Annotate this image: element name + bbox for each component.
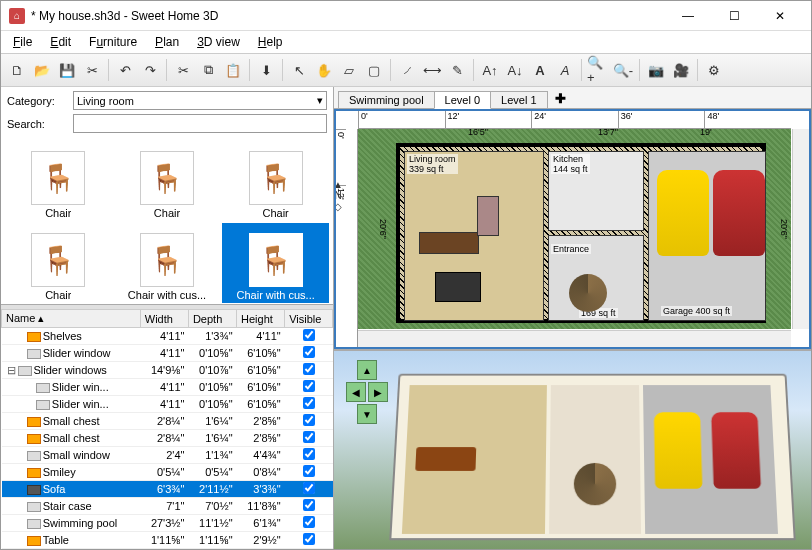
catalog-item[interactable]: 🪑Chair with cus... bbox=[222, 223, 329, 303]
level-tab[interactable]: Swimming pool bbox=[338, 91, 435, 108]
dimension-tool[interactable]: ⟷ bbox=[420, 58, 444, 82]
col-height[interactable]: Height bbox=[237, 310, 285, 328]
italic-button[interactable]: A bbox=[553, 58, 577, 82]
new-button[interactable]: 🗋 bbox=[5, 58, 29, 82]
catalog-item[interactable]: 🪑Chair bbox=[5, 141, 112, 221]
visible-checkbox[interactable] bbox=[303, 363, 315, 375]
maximize-button[interactable]: ☐ bbox=[711, 1, 757, 31]
visible-checkbox[interactable] bbox=[303, 397, 315, 409]
col-depth[interactable]: Depth bbox=[188, 310, 236, 328]
minimize-button[interactable]: — bbox=[665, 1, 711, 31]
wall-tool[interactable]: ▱ bbox=[337, 58, 361, 82]
photo-button[interactable]: 📷 bbox=[644, 58, 668, 82]
category-combo[interactable]: Living room▾ bbox=[73, 91, 327, 110]
save-button[interactable]: 💾 bbox=[55, 58, 79, 82]
nav-up-button[interactable]: ▲ bbox=[357, 360, 377, 380]
text-increase-button[interactable]: A↑ bbox=[478, 58, 502, 82]
visible-checkbox[interactable] bbox=[303, 499, 315, 511]
sofa-plan-icon[interactable] bbox=[419, 232, 479, 254]
table-row[interactable]: Small window2'4"1'1¾"4'4¾" bbox=[2, 447, 333, 464]
table-row[interactable]: Stair case7'1"7'0½"11'8⅜" bbox=[2, 498, 333, 515]
nav-left-button[interactable]: ◀ bbox=[346, 382, 366, 402]
zoom-out-button[interactable]: 🔍- bbox=[611, 58, 635, 82]
car-red-icon[interactable] bbox=[713, 170, 765, 256]
room-entrance[interactable]: Entrance 169 sq ft bbox=[548, 235, 644, 321]
copy-button[interactable]: ⧉ bbox=[196, 58, 220, 82]
plan-scrollbar-v[interactable] bbox=[792, 129, 809, 329]
plan-canvas[interactable]: ▲N◇ 16'5" 13'7" 19' Living room339 sq ft… bbox=[358, 129, 791, 329]
room-living[interactable]: Living room339 sq ft bbox=[404, 151, 544, 321]
menu-help[interactable]: Help bbox=[250, 33, 291, 51]
catalog-item[interactable]: 🪑Chair bbox=[222, 141, 329, 221]
redo-button[interactable]: ↷ bbox=[138, 58, 162, 82]
room-tool[interactable]: ▢ bbox=[362, 58, 386, 82]
3d-view[interactable]: ▲ ◀▶ ▼ bbox=[334, 349, 811, 549]
furniture-catalog: 🪑Chair🪑Chair🪑Chair🪑Chair🪑Chair with cus.… bbox=[1, 137, 333, 305]
video-button[interactable]: 🎥 bbox=[669, 58, 693, 82]
nav-right-button[interactable]: ▶ bbox=[368, 382, 388, 402]
menu-furniture[interactable]: Furniture bbox=[81, 33, 145, 51]
table-row[interactable]: Slider win...4'11"0'10⅝"6'10⅝" bbox=[2, 396, 333, 413]
col-name[interactable]: Name ▴ bbox=[2, 310, 141, 328]
paste-button[interactable]: 📋 bbox=[221, 58, 245, 82]
menu-edit[interactable]: Edit bbox=[42, 33, 79, 51]
table-row[interactable]: Smiley0'5¼"0'5¼"0'8¼" bbox=[2, 464, 333, 481]
level-tab[interactable]: Level 1 bbox=[490, 91, 547, 108]
visible-checkbox[interactable] bbox=[303, 482, 315, 494]
chair-icon: 🪑 bbox=[31, 151, 85, 205]
bold-button[interactable]: A bbox=[528, 58, 552, 82]
visible-checkbox[interactable] bbox=[303, 516, 315, 528]
table-row[interactable]: Slider win...4'11"0'10⅝"6'10⅝" bbox=[2, 379, 333, 396]
col-width[interactable]: Width bbox=[140, 310, 188, 328]
add-level-button[interactable]: ✚ bbox=[547, 89, 574, 108]
close-button[interactable]: ✕ bbox=[757, 1, 803, 31]
table-row[interactable]: Table1'11⅝"1'11⅝"2'9½" bbox=[2, 532, 333, 549]
table-plan-icon[interactable] bbox=[435, 272, 481, 302]
furniture-plan-icon[interactable] bbox=[477, 196, 499, 236]
undo-button[interactable]: ↶ bbox=[113, 58, 137, 82]
visible-checkbox[interactable] bbox=[303, 448, 315, 460]
label-tool[interactable]: ✎ bbox=[445, 58, 469, 82]
table-row[interactable]: Swimming pool27'3½"11'1½"6'1¾" bbox=[2, 515, 333, 532]
catalog-item[interactable]: 🪑Chair bbox=[114, 141, 221, 221]
open-button[interactable]: 📂 bbox=[30, 58, 54, 82]
menu-file[interactable]: File bbox=[5, 33, 40, 51]
table-row[interactable]: Slider window4'11"0'10⅝"6'10⅝" bbox=[2, 345, 333, 362]
menu-plan[interactable]: Plan bbox=[147, 33, 187, 51]
level-tab[interactable]: Level 0 bbox=[434, 91, 491, 109]
polyline-tool[interactable]: ⟋ bbox=[395, 58, 419, 82]
search-input[interactable] bbox=[73, 114, 327, 133]
table-row[interactable]: ⊟Slider windows14'9⅛"0'10⅞"6'10⅝" bbox=[2, 362, 333, 379]
export-button[interactable]: ✂ bbox=[80, 58, 104, 82]
room-kitchen[interactable]: Kitchen144 sq ft bbox=[548, 151, 644, 231]
visible-checkbox[interactable] bbox=[303, 380, 315, 392]
visible-checkbox[interactable] bbox=[303, 533, 315, 545]
preferences-button[interactable]: ⚙ bbox=[702, 58, 726, 82]
nav-down-button[interactable]: ▼ bbox=[357, 404, 377, 424]
zoom-in-button[interactable]: 🔍+ bbox=[586, 58, 610, 82]
visible-checkbox[interactable] bbox=[303, 414, 315, 426]
catalog-item[interactable]: 🪑Chair with cus... bbox=[114, 223, 221, 303]
col-visible[interactable]: Visible bbox=[285, 310, 333, 328]
table-row[interactable]: Shelves4'11"1'3¾"4'11" bbox=[2, 328, 333, 345]
visible-checkbox[interactable] bbox=[303, 329, 315, 341]
table-row[interactable]: Small chest2'8¼"1'6¼"2'8⅝" bbox=[2, 413, 333, 430]
add-furniture-button[interactable]: ⬇ bbox=[254, 58, 278, 82]
car-yellow-icon[interactable] bbox=[657, 170, 709, 256]
visible-checkbox[interactable] bbox=[303, 465, 315, 477]
visible-checkbox[interactable] bbox=[303, 431, 315, 443]
text-decrease-button[interactable]: A↓ bbox=[503, 58, 527, 82]
row-icon bbox=[27, 349, 41, 359]
staircase-plan-icon[interactable] bbox=[569, 274, 607, 312]
plan-scrollbar-h[interactable] bbox=[358, 330, 791, 347]
select-tool[interactable]: ↖ bbox=[287, 58, 311, 82]
search-label: Search: bbox=[7, 118, 67, 130]
catalog-item[interactable]: 🪑Chair bbox=[5, 223, 112, 303]
room-garage[interactable]: Garage 400 sq ft bbox=[648, 151, 766, 321]
menu-3dview[interactable]: 3D view bbox=[189, 33, 248, 51]
cut-button[interactable]: ✂ bbox=[171, 58, 195, 82]
visible-checkbox[interactable] bbox=[303, 346, 315, 358]
pan-tool[interactable]: ✋ bbox=[312, 58, 336, 82]
table-row[interactable]: Sofa6'3¾"2'11½"3'3⅜" bbox=[2, 481, 333, 498]
table-row[interactable]: Small chest2'8¼"1'6¼"2'8⅝" bbox=[2, 430, 333, 447]
